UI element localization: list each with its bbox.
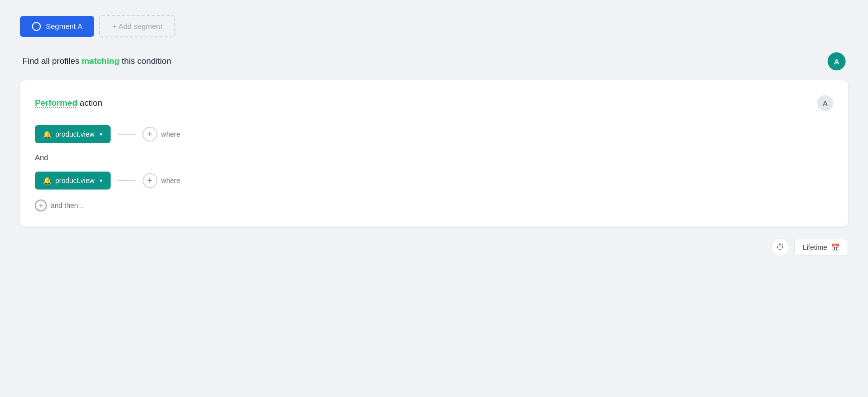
product-view-button-2[interactable]: 🔔 product.view ▾ [35, 172, 111, 190]
chevron-down-icon-2: ▾ [100, 178, 103, 184]
and-then-label: and then... [51, 201, 84, 209]
tab-bar: Segment A + Add segment [20, 15, 848, 37]
bell-icon-2: 🔔 [43, 177, 51, 185]
performed-action-text: Performed action [35, 98, 102, 108]
and-then-plus-icon: + [35, 199, 47, 211]
segment-a-label: Segment A [46, 22, 82, 30]
where-label-2: where [161, 177, 180, 185]
dash-line-1 [118, 134, 136, 135]
where-plus-icon-1[interactable]: + [143, 127, 157, 142]
add-segment-label: + Add segment [112, 22, 162, 30]
and-separator: And [35, 153, 833, 162]
find-profiles-text: Find all profiles matching this conditio… [22, 56, 171, 66]
lifetime-button[interactable]: Lifetime 📅 [794, 239, 848, 256]
dash-line-2 [118, 180, 136, 181]
performed-action-row: Performed action A [35, 95, 833, 111]
lifetime-label: Lifetime [803, 243, 827, 251]
matching-label: matching [82, 56, 120, 66]
condition-avatar: A [817, 95, 833, 111]
action-label: action [80, 98, 102, 108]
clock-button[interactable]: ⏱ [771, 238, 789, 256]
where-plus-icon-2[interactable]: + [143, 173, 157, 188]
clock-icon: ⏱ [776, 243, 784, 252]
bell-icon-1: 🔔 [43, 130, 51, 138]
condition-row-1: 🔔 product.view ▾ + where [35, 125, 833, 143]
find-profiles-row: Find all profiles matching this conditio… [20, 52, 848, 70]
product-view-button-1[interactable]: 🔔 product.view ▾ [35, 125, 111, 143]
segment-a-tab[interactable]: Segment A [20, 16, 94, 37]
where-label-1: where [161, 130, 180, 138]
bottom-toolbar: ⏱ Lifetime 📅 [20, 238, 848, 256]
find-suffix: this condition [122, 56, 171, 66]
chevron-down-icon-1: ▾ [100, 131, 103, 138]
event-label-2: product.view [55, 177, 95, 185]
where-group-2[interactable]: + where [143, 173, 180, 188]
condition-card: Performed action A 🔔 product.view ▾ + wh… [20, 80, 848, 226]
add-segment-tab[interactable]: + Add segment [99, 15, 175, 37]
performed-label[interactable]: Performed [35, 98, 77, 108]
and-then-row[interactable]: + and then... [35, 199, 833, 211]
calendar-icon: 📅 [831, 243, 840, 251]
condition-row-2: 🔔 product.view ▾ + where [35, 172, 833, 190]
avatar: A [828, 52, 846, 70]
find-prefix: Find all profiles [22, 56, 79, 66]
event-label-1: product.view [55, 130, 95, 138]
segment-circle-icon [32, 22, 41, 31]
where-group-1[interactable]: + where [143, 127, 180, 142]
